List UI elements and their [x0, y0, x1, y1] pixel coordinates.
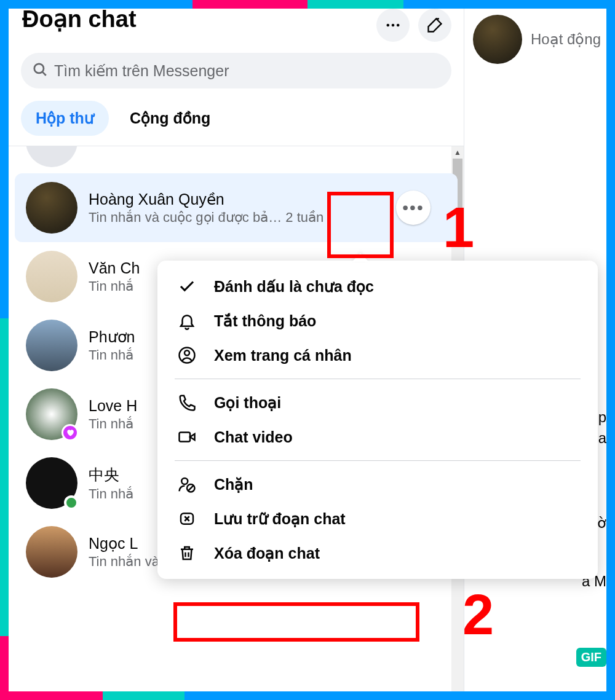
- tab-inbox[interactable]: Hộp thư: [21, 101, 109, 136]
- avatar: [473, 15, 522, 64]
- menu-delete[interactable]: Xóa đoạn chat: [164, 536, 592, 570]
- menu-view-profile[interactable]: Xem trang cá nhân: [164, 338, 592, 372]
- menu-label: Đánh dấu là chưa đọc: [214, 278, 374, 296]
- phone-icon: [175, 393, 199, 412]
- search-input[interactable]: [54, 62, 440, 80]
- avatar: [26, 251, 77, 302]
- text-fragment: pa: [598, 407, 606, 448]
- svg-point-9: [181, 478, 188, 484]
- options-icon[interactable]: [376, 9, 410, 42]
- svg-point-6: [184, 350, 189, 355]
- avatar: [26, 320, 77, 371]
- svg-point-3: [34, 64, 44, 73]
- avatar: [26, 526, 77, 578]
- conversation-item-selected[interactable]: Hoàng Xuân Quyền Tin nhắn và cuộc gọi đư…: [15, 173, 458, 242]
- scroll-up-icon[interactable]: ▲: [451, 146, 464, 159]
- menu-label: Tắt thông báo: [214, 312, 316, 330]
- chat-header[interactable]: Hoạt động: [473, 15, 606, 64]
- svg-line-11: [188, 486, 194, 491]
- compose-icon[interactable]: [418, 9, 451, 42]
- archive-icon: [175, 509, 199, 528]
- tab-community[interactable]: Cộng đồng: [115, 101, 225, 136]
- search-box[interactable]: [21, 53, 451, 88]
- trash-icon: [175, 544, 199, 562]
- ellipsis-icon: •••: [402, 198, 424, 218]
- chat-status: Hoạt động: [531, 31, 601, 48]
- avatar: [26, 182, 77, 234]
- menu-label: Gọi thoại: [214, 394, 281, 412]
- popup-caret-icon: [352, 253, 369, 262]
- menu-label: Xóa đoạn chat: [214, 545, 320, 562]
- menu-label: Xem trang cá nhân: [214, 347, 352, 364]
- menu-audio-call[interactable]: Gọi thoại: [164, 385, 592, 420]
- menu-separator: [175, 460, 581, 461]
- block-icon: [175, 475, 199, 494]
- reaction-badge-icon: [62, 424, 79, 441]
- sidebar-header: Đoạn chat: [9, 9, 464, 48]
- check-icon: [175, 277, 199, 296]
- svg-rect-7: [180, 433, 191, 442]
- menu-mute[interactable]: Tắt thông báo: [164, 304, 592, 338]
- menu-label: Lưu trữ đoạn chat: [214, 510, 346, 528]
- svg-point-2: [397, 24, 400, 27]
- sidebar-title: Đoạn chat: [22, 6, 368, 33]
- menu-block[interactable]: Chặn: [164, 467, 592, 501]
- menu-label: Chat video: [214, 428, 293, 446]
- menu-label: Chặn: [214, 476, 253, 494]
- menu-mark-unread[interactable]: Đánh dấu là chưa đọc: [164, 269, 592, 304]
- context-menu: Đánh dấu là chưa đọc Tắt thông báo Xem t…: [157, 261, 598, 579]
- online-status-icon: [64, 495, 79, 510]
- menu-video-chat[interactable]: Chat video: [164, 420, 592, 454]
- svg-point-1: [392, 24, 395, 27]
- profile-icon: [175, 346, 199, 364]
- menu-separator: [175, 379, 581, 379]
- bell-icon: [175, 312, 199, 330]
- conversation-preview: Tin nhắn và cuộc gọi được bả… 2 tuần: [89, 210, 446, 226]
- svg-line-4: [42, 72, 46, 75]
- conversation-name: Hoàng Xuân Quyền: [89, 191, 446, 208]
- search-icon: [32, 61, 48, 80]
- video-icon: [175, 428, 199, 446]
- svg-point-0: [387, 24, 390, 27]
- sidebar-tabs: Hộp thư Cộng đồng: [9, 95, 464, 146]
- more-options-button[interactable]: •••: [396, 191, 430, 225]
- menu-archive[interactable]: Lưu trữ đoạn chat: [164, 501, 592, 536]
- gif-icon[interactable]: GIF: [576, 648, 606, 667]
